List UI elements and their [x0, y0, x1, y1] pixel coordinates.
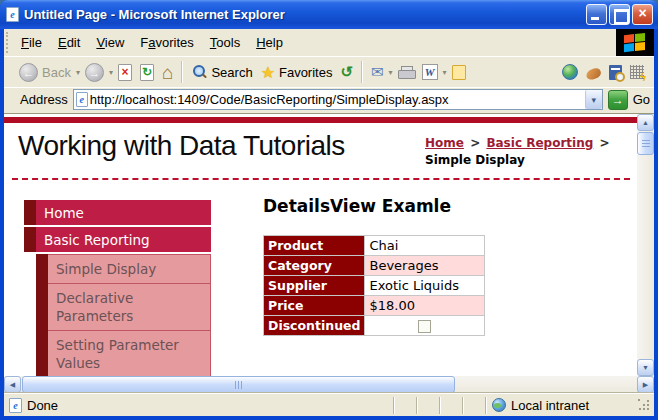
- components-button[interactable]: ϟ: [626, 59, 648, 85]
- note-icon: [452, 65, 466, 80]
- mail-icon: ✉: [371, 63, 384, 81]
- edit-with-word-button[interactable]: W: [418, 59, 442, 85]
- menu-item-edit[interactable]: Edit: [50, 29, 88, 56]
- sidebar-nav: Home Basic Reporting Simple Display: [24, 200, 211, 376]
- research-button[interactable]: [605, 59, 626, 85]
- table-row: Supplier Exotic Liquids: [264, 275, 485, 295]
- search-label: Search: [211, 65, 252, 80]
- messenger-icon: [585, 66, 602, 80]
- details-heading: DetailsView Examle: [263, 196, 485, 216]
- field-cell: Product: [264, 235, 365, 255]
- edit-dropdown-icon[interactable]: ▾: [442, 68, 448, 77]
- vertical-scrollbar[interactable]: ▲ ▼: [637, 114, 654, 376]
- vertical-scroll-track[interactable]: [637, 156, 654, 359]
- world-button[interactable]: [558, 59, 582, 85]
- maximize-button[interactable]: [609, 4, 630, 25]
- close-button[interactable]: ×: [632, 4, 653, 25]
- toolbar-separator: [181, 61, 183, 83]
- horizontal-scroll-track[interactable]: [456, 376, 637, 393]
- value-cell: [365, 315, 485, 335]
- table-row: Category Beverages: [264, 255, 485, 275]
- word-icon: W: [422, 64, 438, 80]
- home-icon: ⌂: [162, 63, 173, 82]
- status-pane: [439, 397, 462, 414]
- status-text: Done: [27, 398, 58, 413]
- forward-icon: →: [85, 63, 104, 82]
- ie-logo-icon: e: [6, 7, 19, 22]
- value-cell: Chai: [365, 235, 485, 255]
- back-button[interactable]: ← Back: [15, 59, 75, 85]
- menu-item-favorites[interactable]: Favorites: [132, 29, 201, 56]
- favorites-star-icon: ★: [261, 63, 275, 82]
- sidebar-item-home[interactable]: Home: [24, 200, 211, 225]
- addressbar: Address e ▾ → Go: [4, 87, 654, 113]
- discuss-button[interactable]: [448, 59, 470, 85]
- breadcrumb-link-home[interactable]: Home: [425, 136, 464, 150]
- print-button[interactable]: [394, 59, 418, 85]
- components-grid-icon: ϟ: [630, 65, 644, 79]
- stop-icon: ×: [118, 64, 132, 81]
- field-cell: Discontinued: [264, 315, 365, 335]
- value-cell: Exotic Liquids: [365, 275, 485, 295]
- sidebar-item-label: Basic Reporting: [36, 227, 211, 252]
- menu-item-view[interactable]: View: [88, 29, 132, 56]
- globe-icon: [492, 398, 506, 412]
- windows-logo-throbber: [616, 29, 654, 56]
- favorites-button[interactable]: ★ Favorites: [257, 59, 337, 85]
- sidebar-item-declarative-parameters[interactable]: Declarative Parameters: [36, 283, 211, 331]
- scroll-up-button[interactable]: ▲: [637, 114, 654, 131]
- go-button[interactable]: →: [608, 90, 628, 110]
- forward-button[interactable]: →: [81, 59, 108, 85]
- sidebar-item-basic-reporting[interactable]: Basic Reporting: [24, 227, 211, 252]
- menu-item-help[interactable]: Help: [248, 29, 291, 56]
- breadcrumb: Home > Basic Reporting > Simple Display: [425, 130, 631, 169]
- menu-item-file[interactable]: File: [13, 29, 50, 56]
- toolbar-separator: [361, 61, 363, 83]
- address-input[interactable]: [88, 92, 585, 107]
- stop-button[interactable]: ×: [114, 59, 136, 85]
- home-button[interactable]: ⌂: [158, 59, 177, 85]
- messenger-button[interactable]: [582, 59, 605, 85]
- mail-button[interactable]: ✉: [367, 59, 388, 85]
- breadcrumb-link-basic-reporting[interactable]: Basic Reporting: [486, 136, 593, 150]
- status-pane: [462, 397, 485, 414]
- value-cell: $18.00: [365, 295, 485, 315]
- windows-flag-icon: [624, 32, 646, 52]
- horizontal-scrollbar[interactable]: ◀ ▶: [4, 376, 654, 393]
- horizontal-scroll-thumb[interactable]: [22, 376, 455, 393]
- scroll-down-button[interactable]: ▼: [637, 359, 654, 376]
- browser-window: e Untitled Page - Microsoft Internet Exp…: [0, 0, 658, 420]
- sidebar-item-label: Home: [36, 200, 211, 225]
- page-title: Working with Data Tutorials: [18, 130, 345, 169]
- world-icon: [562, 64, 578, 80]
- status-pane: [416, 397, 439, 414]
- menu-item-tools[interactable]: Tools: [202, 29, 248, 56]
- nav-strip: [24, 227, 36, 252]
- minimize-button[interactable]: [586, 4, 607, 25]
- menubar-grip[interactable]: [6, 32, 11, 53]
- menubar: File Edit View Favorites Tools Help: [4, 29, 654, 56]
- sidebar-item-setting-parameter-values[interactable]: Setting Parameter Values: [36, 330, 211, 376]
- viewport: Working with Data Tutorials Home > Basic…: [4, 113, 654, 376]
- resize-grip[interactable]: [637, 397, 651, 414]
- scroll-right-button[interactable]: ▶: [637, 376, 654, 393]
- refresh-button[interactable]: ↻: [136, 59, 158, 85]
- breadcrumb-current: Simple Display: [425, 153, 525, 167]
- vertical-scroll-thumb[interactable]: [637, 132, 654, 155]
- mail-dropdown-icon[interactable]: ▾: [388, 68, 394, 77]
- table-row: Discontinued: [264, 315, 485, 335]
- go-label[interactable]: Go: [633, 92, 650, 107]
- discontinued-checkbox: [418, 320, 431, 333]
- history-button[interactable]: ↺: [336, 59, 357, 85]
- statusbar: e Done Local intranet: [4, 393, 654, 416]
- status-left-pane: e Done: [7, 398, 393, 413]
- refresh-icon: ↻: [140, 64, 154, 81]
- sidebar-item-simple-display[interactable]: Simple Display: [36, 254, 211, 284]
- search-button[interactable]: Search: [187, 59, 256, 85]
- address-dropdown-button[interactable]: ▾: [585, 90, 602, 109]
- sidebar-item-label: Setting Parameter Values: [48, 330, 211, 376]
- scroll-left-button[interactable]: ◀: [4, 376, 21, 393]
- page-icon: e: [76, 92, 88, 107]
- standard-toolbar: ← Back ▾ → ▾ × ↻ ⌂ Search ★: [4, 56, 654, 87]
- address-label: Address: [20, 92, 68, 107]
